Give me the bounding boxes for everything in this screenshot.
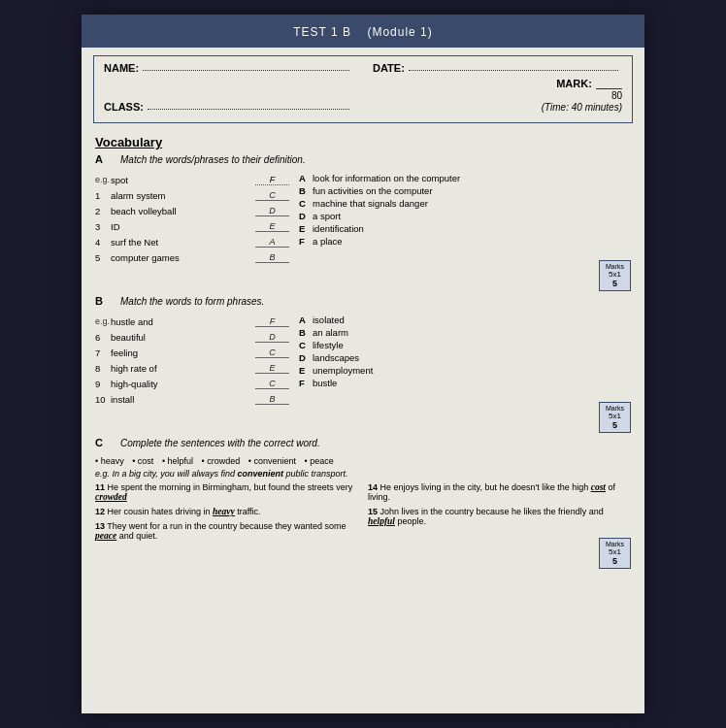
class-line — [148, 109, 349, 110]
item-a-4-answer: A — [255, 237, 289, 248]
section-a-instruction: Match the words/phrases to their definit… — [120, 154, 306, 165]
sentence-grid: 11 He spent the morning in Birmingham, b… — [95, 482, 631, 546]
item-b-9-answer: C — [255, 379, 289, 389]
section-a-right: Alook for information on the computer Bf… — [299, 173, 631, 266]
item-b-8-answer: E — [255, 363, 289, 374]
sentences-right: 14 He enjoys living in the city, but he … — [368, 482, 631, 546]
section-c-label: C — [95, 437, 113, 448]
section-b-right: Aisolated Ban alarm Clifestyle Dlandscap… — [299, 314, 631, 408]
name-label: NAME: — [104, 62, 139, 74]
section-c-eg: e.g. In a big city, you will always find… — [95, 469, 631, 479]
marks-set-b: 5x1 — [606, 412, 624, 420]
main-content: Vocabulary A Match the words/phrases to … — [82, 131, 644, 577]
test-subtitle: (Module 1) — [367, 25, 432, 39]
section-a: A Match the words/phrases to their defin… — [95, 153, 631, 291]
vocabulary-title: Vocabulary — [95, 135, 631, 149]
item-a-3-answer: E — [255, 221, 289, 232]
item-b-7-answer: C — [255, 347, 289, 358]
item-a-3-num: 3 — [95, 221, 111, 232]
marks-set-a: 5x1 — [606, 270, 624, 279]
eg-answer-b: F — [255, 316, 289, 327]
sentence-13: 13 They went for a run in the country be… — [95, 521, 358, 541]
word-bank: heavy cost helpful crowded convenient pe… — [95, 456, 631, 466]
item-a-4-num: 4 — [95, 237, 111, 248]
marks-box-a: Marks 5x1 5 — [599, 260, 631, 291]
sentence-15: 15 John lives in the country because he … — [368, 507, 631, 526]
mark-label: MARK: — [556, 78, 592, 89]
info-box: NAME: DATE: CLASS: MARK: 80 — [93, 55, 633, 123]
date-line — [409, 70, 618, 71]
item-a-4-word: surf the Net — [111, 237, 255, 248]
item-a-3-word: ID — [111, 221, 255, 232]
marks-label-b: Marks — [606, 405, 624, 412]
eg-num-b: e.g. — [95, 316, 111, 326]
header-bar: TEST 1 B (Module 1) — [82, 15, 644, 48]
def-a-B: fun activities on the computer — [313, 185, 631, 196]
marks-box-c: Marks 5x1 5 — [599, 538, 631, 569]
section-c-instruction: Complete the sentences with the correct … — [120, 438, 320, 448]
test-title: TEST 1 B — [293, 25, 351, 39]
item-a-2-num: 2 — [95, 206, 111, 216]
item-a-2-answer: D — [255, 206, 289, 216]
section-a-label: A — [95, 153, 113, 165]
item-a-5-answer: B — [255, 252, 289, 263]
section-c: C Complete the sentences with the correc… — [95, 437, 631, 569]
def-a-C: machine that signals danger — [313, 198, 631, 209]
mark-total: 80 — [611, 90, 622, 101]
section-b: B Match the words to form phrases. e.g. … — [95, 295, 631, 433]
def-a-E: identification — [313, 223, 631, 234]
section-a-left: e.g. spot F 1 alarm system C 2 beach vol… — [95, 173, 289, 266]
eg-answer-a: F — [255, 175, 289, 185]
answer-11: crowded — [95, 492, 127, 502]
item-a-1-num: 1 — [95, 190, 111, 201]
eg-word-b: hustle and — [111, 316, 255, 327]
marks-val-a: 5 — [606, 279, 624, 288]
answer-15: helpful — [368, 516, 395, 526]
def-a-D: a sport — [313, 211, 631, 221]
time-note: (Time: 40 minutes) — [542, 102, 622, 113]
item-a-5-num: 5 — [95, 252, 111, 263]
eg-word-a: spot — [111, 175, 255, 185]
eg-num-a: e.g. — [95, 175, 111, 184]
item-a-2-word: beach volleyball — [111, 206, 255, 216]
exam-paper: TEST 1 B (Module 1) NAME: DATE: CLASS: M… — [82, 15, 644, 713]
section-b-left: e.g. hustle and F 6 beautiful D 7 feelin… — [95, 314, 289, 408]
mark-numerator — [596, 78, 622, 89]
item-a-1-answer: C — [255, 190, 289, 201]
sentence-11: 11 He spent the morning in Birmingham, b… — [95, 482, 358, 502]
section-b-instruction: Match the words to form phrases. — [120, 296, 264, 307]
answer-13: peace — [95, 531, 116, 541]
sentence-12: 12 Her cousin hates driving in heavy tra… — [95, 507, 358, 516]
item-b-6-answer: D — [255, 332, 289, 343]
section-b-label: B — [95, 295, 113, 307]
def-a-A: look for information on the computer — [313, 173, 631, 183]
date-label: DATE: — [373, 62, 405, 74]
marks-val-b: 5 — [606, 420, 624, 430]
answer-14: cost — [591, 482, 606, 492]
sentences-left: 11 He spent the morning in Birmingham, b… — [95, 482, 358, 546]
marks-box-b: Marks 5x1 5 — [599, 402, 631, 433]
class-label: CLASS: — [104, 101, 144, 113]
answer-12: heavy — [213, 507, 235, 516]
marks-label-a: Marks — [606, 263, 624, 270]
item-b-10-answer: B — [255, 394, 289, 405]
def-a-F: a place — [313, 236, 631, 247]
name-line — [143, 70, 349, 71]
sentence-14: 14 He enjoys living in the city, but he … — [368, 482, 631, 502]
item-a-5-word: computer games — [111, 252, 255, 263]
item-a-1-word: alarm system — [111, 190, 255, 201]
